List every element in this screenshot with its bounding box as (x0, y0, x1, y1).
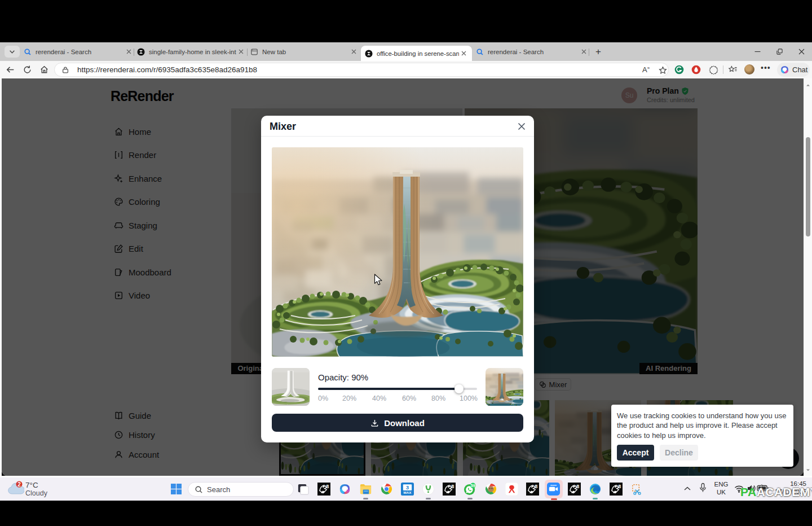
svg-text:2: 2 (17, 481, 21, 488)
svg-text:8: 8 (326, 484, 329, 489)
svg-text:8: 8 (618, 484, 621, 489)
svg-text:8: 8 (576, 484, 579, 489)
svg-text:zoom: zoom (550, 484, 557, 486)
svg-text:3: 3 (406, 484, 409, 490)
svg-text:59: 59 (471, 484, 475, 488)
svg-text:8: 8 (451, 484, 454, 489)
svg-text:8: 8 (535, 484, 537, 489)
svg-text:MAX: MAX (404, 490, 412, 494)
